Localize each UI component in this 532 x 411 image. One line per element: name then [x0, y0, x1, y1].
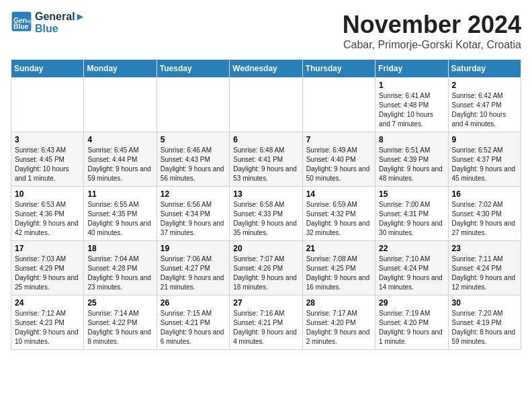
logo-general: General►: [35, 11, 85, 23]
day-info: Sunrise: 6:56 AMSunset: 4:34 PMDaylight:…: [161, 200, 226, 238]
calendar-cell: 14Sunrise: 6:59 AMSunset: 4:32 PMDayligh…: [302, 187, 375, 241]
calendar-week-row: 10Sunrise: 6:53 AMSunset: 4:36 PMDayligh…: [11, 187, 521, 241]
day-number: 23: [452, 244, 517, 253]
weekday-header-monday: Monday: [84, 60, 157, 78]
calendar-cell: 7Sunrise: 6:49 AMSunset: 4:40 PMDaylight…: [302, 132, 375, 187]
day-number: 17: [15, 244, 80, 253]
calendar-cell: 27Sunrise: 7:16 AMSunset: 4:21 PMDayligh…: [230, 295, 302, 350]
calendar-cell: 24Sunrise: 7:12 AMSunset: 4:23 PMDayligh…: [11, 295, 84, 350]
day-info: Sunrise: 6:59 AMSunset: 4:32 PMDaylight:…: [306, 200, 371, 238]
calendar-cell: [157, 78, 229, 132]
title-section: November 2024 Cabar, Primorje-Gorski Kot…: [343, 11, 521, 51]
day-number: 6: [233, 135, 298, 144]
day-info: Sunrise: 6:51 AMSunset: 4:39 PMDaylight:…: [379, 146, 444, 183]
day-info: Sunrise: 7:15 AMSunset: 4:21 PMDaylight:…: [161, 309, 226, 347]
day-number: 7: [306, 135, 371, 144]
day-number: 14: [306, 189, 371, 199]
calendar-cell: 4Sunrise: 6:45 AMSunset: 4:44 PMDaylight…: [84, 132, 157, 187]
day-info: Sunrise: 7:16 AMSunset: 4:21 PMDaylight:…: [233, 309, 298, 347]
day-number: 22: [379, 244, 444, 253]
weekday-header-tuesday: Tuesday: [157, 60, 229, 78]
calendar-header-row: SundayMondayTuesdayWednesdayThursdayFrid…: [11, 60, 521, 78]
calendar-cell: 23Sunrise: 7:11 AMSunset: 4:24 PMDayligh…: [448, 241, 521, 295]
logo-icon: Gen Blue: [11, 11, 32, 32]
weekday-header-wednesday: Wednesday: [230, 60, 302, 78]
calendar-cell: 19Sunrise: 7:06 AMSunset: 4:27 PMDayligh…: [157, 241, 229, 295]
calendar-cell: 21Sunrise: 7:08 AMSunset: 4:25 PMDayligh…: [302, 241, 375, 295]
day-number: 28: [306, 298, 371, 308]
day-number: 29: [379, 298, 444, 308]
day-number: 20: [233, 244, 298, 253]
weekday-header-sunday: Sunday: [11, 60, 84, 78]
calendar-cell: 1Sunrise: 6:41 AMSunset: 4:48 PMDaylight…: [375, 78, 448, 132]
calendar-cell: 17Sunrise: 7:03 AMSunset: 4:29 PMDayligh…: [11, 241, 84, 295]
day-number: 3: [15, 135, 80, 144]
day-info: Sunrise: 7:08 AMSunset: 4:25 PMDaylight:…: [306, 255, 371, 292]
calendar-table: SundayMondayTuesdayWednesdayThursdayFrid…: [11, 59, 521, 350]
day-info: Sunrise: 7:14 AMSunset: 4:22 PMDaylight:…: [87, 309, 152, 347]
day-info: Sunrise: 6:46 AMSunset: 4:43 PMDaylight:…: [161, 146, 226, 183]
calendar-cell: [84, 78, 157, 132]
day-info: Sunrise: 6:41 AMSunset: 4:48 PMDaylight:…: [379, 91, 444, 129]
calendar-week-row: 1Sunrise: 6:41 AMSunset: 4:48 PMDaylight…: [11, 78, 521, 132]
logo-blue: Blue: [35, 23, 85, 35]
calendar-cell: 15Sunrise: 7:00 AMSunset: 4:31 PMDayligh…: [375, 187, 448, 241]
calendar-cell: 9Sunrise: 6:52 AMSunset: 4:37 PMDaylight…: [448, 132, 521, 187]
day-number: 18: [87, 244, 152, 253]
day-info: Sunrise: 6:53 AMSunset: 4:36 PMDaylight:…: [15, 200, 80, 238]
calendar-cell: [302, 78, 375, 132]
day-info: Sunrise: 7:20 AMSunset: 4:19 PMDaylight:…: [452, 309, 517, 347]
day-number: 13: [233, 189, 298, 199]
calendar-cell: 8Sunrise: 6:51 AMSunset: 4:39 PMDaylight…: [375, 132, 448, 187]
day-number: 15: [379, 189, 444, 199]
calendar-cell: 2Sunrise: 6:42 AMSunset: 4:47 PMDaylight…: [448, 78, 521, 132]
day-number: 2: [452, 81, 517, 90]
calendar-week-row: 17Sunrise: 7:03 AMSunset: 4:29 PMDayligh…: [11, 241, 521, 295]
day-info: Sunrise: 6:48 AMSunset: 4:41 PMDaylight:…: [233, 146, 298, 183]
day-info: Sunrise: 7:17 AMSunset: 4:20 PMDaylight:…: [306, 309, 371, 347]
day-info: Sunrise: 7:19 AMSunset: 4:20 PMDaylight:…: [379, 309, 444, 347]
day-number: 30: [452, 298, 517, 308]
calendar-cell: 25Sunrise: 7:14 AMSunset: 4:22 PMDayligh…: [84, 295, 157, 350]
day-info: Sunrise: 6:49 AMSunset: 4:40 PMDaylight:…: [306, 146, 371, 183]
day-info: Sunrise: 7:04 AMSunset: 4:28 PMDaylight:…: [87, 255, 152, 292]
calendar-cell: 6Sunrise: 6:48 AMSunset: 4:41 PMDaylight…: [230, 132, 302, 187]
day-info: Sunrise: 7:00 AMSunset: 4:31 PMDaylight:…: [379, 200, 444, 238]
weekday-header-thursday: Thursday: [302, 60, 375, 78]
calendar-cell: 29Sunrise: 7:19 AMSunset: 4:20 PMDayligh…: [375, 295, 448, 350]
calendar-cell: 20Sunrise: 7:07 AMSunset: 4:26 PMDayligh…: [230, 241, 302, 295]
day-number: 21: [306, 244, 371, 253]
calendar-cell: 10Sunrise: 6:53 AMSunset: 4:36 PMDayligh…: [11, 187, 84, 241]
day-info: Sunrise: 7:06 AMSunset: 4:27 PMDaylight:…: [161, 255, 226, 292]
day-info: Sunrise: 7:07 AMSunset: 4:26 PMDaylight:…: [233, 255, 298, 292]
day-info: Sunrise: 7:03 AMSunset: 4:29 PMDaylight:…: [15, 255, 80, 292]
calendar-cell: 30Sunrise: 7:20 AMSunset: 4:19 PMDayligh…: [448, 295, 521, 350]
location-title: Cabar, Primorje-Gorski Kotar, Croatia: [343, 39, 521, 51]
day-number: 25: [87, 298, 152, 308]
day-number: 12: [161, 189, 226, 199]
day-info: Sunrise: 6:45 AMSunset: 4:44 PMDaylight:…: [87, 146, 152, 183]
calendar-cell: 13Sunrise: 6:58 AMSunset: 4:33 PMDayligh…: [230, 187, 302, 241]
day-number: 11: [87, 189, 152, 199]
logo: Gen Blue General► Blue: [11, 11, 85, 35]
calendar-cell: 26Sunrise: 7:15 AMSunset: 4:21 PMDayligh…: [157, 295, 229, 350]
weekday-header-friday: Friday: [375, 60, 448, 78]
day-info: Sunrise: 6:43 AMSunset: 4:45 PMDaylight:…: [15, 146, 80, 183]
day-info: Sunrise: 7:12 AMSunset: 4:23 PMDaylight:…: [15, 309, 80, 347]
day-info: Sunrise: 6:55 AMSunset: 4:35 PMDaylight:…: [87, 200, 152, 238]
day-info: Sunrise: 7:02 AMSunset: 4:30 PMDaylight:…: [452, 200, 517, 238]
calendar-cell: 12Sunrise: 6:56 AMSunset: 4:34 PMDayligh…: [157, 187, 229, 241]
day-number: 16: [452, 189, 517, 199]
calendar-cell: [11, 78, 84, 132]
calendar-cell: 11Sunrise: 6:55 AMSunset: 4:35 PMDayligh…: [84, 187, 157, 241]
day-info: Sunrise: 6:52 AMSunset: 4:37 PMDaylight:…: [452, 146, 517, 183]
calendar-cell: 18Sunrise: 7:04 AMSunset: 4:28 PMDayligh…: [84, 241, 157, 295]
day-number: 24: [15, 298, 80, 308]
day-info: Sunrise: 7:10 AMSunset: 4:24 PMDaylight:…: [379, 255, 444, 292]
top-row: Gen Blue General► Blue November 2024 Cab…: [11, 11, 521, 54]
calendar-cell: [230, 78, 302, 132]
day-info: Sunrise: 7:11 AMSunset: 4:24 PMDaylight:…: [452, 255, 517, 292]
day-info: Sunrise: 6:42 AMSunset: 4:47 PMDaylight:…: [452, 91, 517, 129]
day-number: 1: [379, 81, 444, 90]
calendar-cell: 3Sunrise: 6:43 AMSunset: 4:45 PMDaylight…: [11, 132, 84, 187]
